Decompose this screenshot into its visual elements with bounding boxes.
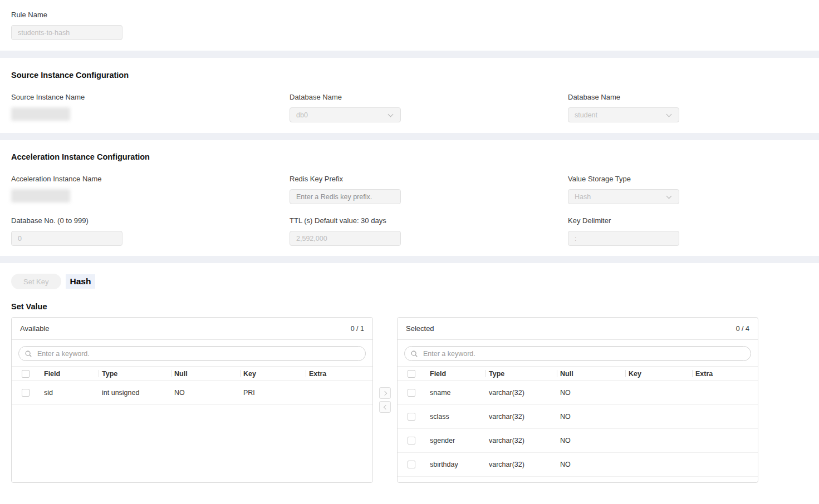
source-instance-name-label: Source Instance Name (11, 93, 290, 101)
column-header-type: Type (99, 367, 171, 381)
key-delimiter-label: Key Delimiter (568, 216, 808, 225)
cell-null: NO (557, 453, 625, 477)
cell-type: varchar(32) (485, 381, 557, 405)
chevron-down-icon (666, 112, 672, 117)
available-count: 0 / 1 (351, 325, 364, 333)
column-header-key: Key (240, 367, 306, 381)
selected-panel-header: Selected 0 / 4 (398, 318, 758, 340)
value-storage-type-select: Hash (568, 189, 679, 204)
key-delimiter-input (568, 231, 679, 246)
table-row[interactable]: sbirthday varchar(32) NO (398, 453, 758, 477)
value-type-badge: Hash (66, 274, 96, 289)
row-checkbox-cell (398, 453, 426, 477)
available-select-all-cell (12, 367, 41, 381)
acceleration-instance-section: Acceleration Instance Configuration Acce… (0, 140, 819, 256)
table-row[interactable]: sid int unsigned NO PRI (12, 381, 372, 405)
column-header-field: Field (41, 367, 99, 381)
ttl-field: TTL (s) Default value: 30 days (290, 216, 568, 246)
redis-key-prefix-input[interactable] (290, 189, 401, 204)
row-checkbox[interactable] (408, 389, 415, 397)
available-select-all-checkbox[interactable] (22, 370, 30, 378)
source-database-label: Database Name (290, 93, 568, 101)
section-divider (0, 51, 819, 58)
table-row[interactable]: sclass varchar(32) NO (398, 405, 758, 429)
selected-select-all-checkbox[interactable] (408, 370, 415, 378)
source-database-select: db0 (290, 107, 401, 122)
chevron-left-icon (383, 404, 388, 409)
row-checkbox[interactable] (408, 461, 415, 468)
selected-search-wrap (398, 340, 758, 366)
row-checkbox-cell (398, 405, 426, 429)
source-instance-name-redacted (11, 107, 70, 121)
column-header-null: Null (557, 367, 625, 381)
move-right-button[interactable] (379, 387, 391, 399)
cell-extra (692, 453, 758, 477)
selected-select-all-cell (398, 367, 426, 381)
available-search-box[interactable] (18, 346, 366, 361)
cell-key (625, 381, 692, 405)
redis-key-prefix-field: Redis Key Prefix (290, 175, 568, 204)
acceleration-section-title: Acceleration Instance Configuration (11, 152, 808, 161)
source-instance-name-field: Source Instance Name (11, 93, 290, 122)
ttl-label: TTL (s) Default value: 30 days (290, 216, 568, 225)
source-table-select: student (568, 107, 679, 122)
value-storage-type-value: Hash (575, 193, 591, 201)
selected-table: Field Type Null Key Extra sname varchar(… (398, 366, 758, 477)
cell-type: varchar(32) (485, 405, 557, 429)
section-divider (0, 256, 819, 263)
source-database-value: db0 (296, 111, 308, 119)
selected-panel: Selected 0 / 4 Field Type (397, 317, 758, 483)
rule-name-section: Rule Name (0, 0, 819, 51)
table-row[interactable]: sname varchar(32) NO (398, 381, 758, 405)
redis-key-prefix-label: Redis Key Prefix (290, 175, 568, 183)
cell-key (625, 453, 692, 477)
cell-field: sgender (426, 429, 485, 453)
cell-type: varchar(32) (485, 429, 557, 453)
source-table-field: Database Name student (568, 93, 808, 122)
section-divider (0, 133, 819, 140)
cell-null: NO (557, 429, 625, 453)
cell-key (625, 405, 692, 429)
cell-null: NO (557, 405, 625, 429)
cell-null: NO (557, 381, 625, 405)
selected-search-box[interactable] (404, 346, 751, 361)
column-header-key: Key (625, 367, 692, 381)
rule-name-label: Rule Name (11, 11, 808, 19)
cell-type: varchar(32) (485, 453, 557, 477)
source-table-value: student (575, 111, 597, 119)
chevron-down-icon (666, 194, 672, 199)
cell-field: sbirthday (426, 453, 485, 477)
row-checkbox[interactable] (408, 437, 415, 444)
value-storage-type-label: Value Storage Type (568, 175, 808, 183)
search-icon (410, 350, 418, 358)
column-header-type: Type (485, 367, 557, 381)
set-value-title: Set Value (0, 289, 819, 317)
search-icon (24, 350, 32, 358)
source-database-field: Database Name db0 (290, 93, 568, 122)
cell-extra (306, 381, 372, 405)
move-left-button[interactable] (379, 401, 391, 413)
value-storage-type-field: Value Storage Type Hash (568, 175, 808, 204)
database-no-input (11, 231, 122, 246)
database-no-field: Database No. (0 to 999) (11, 216, 290, 246)
row-checkbox[interactable] (408, 413, 415, 421)
available-search-wrap (12, 340, 372, 366)
cell-null: NO (171, 381, 240, 405)
cell-field: sname (426, 381, 485, 405)
selected-search-input[interactable] (422, 349, 745, 358)
available-table: Field Type Null Key Extra sid int unsign… (12, 366, 372, 405)
cell-key: PRI (240, 381, 306, 405)
key-delimiter-field: Key Delimiter (568, 216, 808, 246)
row-checkbox-cell (12, 381, 41, 405)
set-key-button: Set Key (11, 274, 61, 289)
cell-extra (692, 429, 758, 453)
row-checkbox[interactable] (22, 389, 30, 397)
source-instance-section: Source Instance Configuration Source Ins… (0, 58, 819, 133)
available-search-input[interactable] (36, 349, 360, 358)
set-key-row: Set Key Hash (0, 263, 819, 289)
table-row[interactable]: sgender varchar(32) NO (398, 429, 758, 453)
cell-key (625, 429, 692, 453)
row-checkbox-cell (398, 381, 426, 405)
selected-panel-title: Selected (406, 324, 434, 333)
acceleration-instance-name-redacted (11, 189, 70, 202)
